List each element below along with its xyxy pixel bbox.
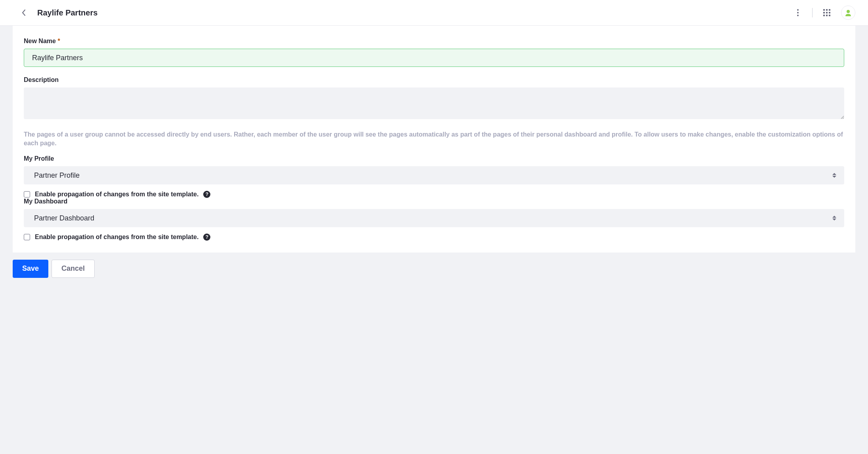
more-options-button[interactable] — [792, 6, 804, 19]
divider — [812, 8, 813, 17]
dashboard-propagation-checkbox[interactable] — [24, 234, 30, 240]
description-group: Description — [24, 76, 844, 121]
user-avatar[interactable] — [841, 6, 855, 20]
apps-grid-button[interactable] — [820, 6, 833, 19]
dashboard-select-wrap: Partner Dashboard — [24, 209, 844, 227]
chevron-left-icon — [21, 9, 26, 16]
svg-rect-11 — [829, 15, 830, 16]
kebab-icon — [797, 9, 799, 16]
dashboard-label: My Dashboard — [24, 198, 844, 205]
save-button[interactable]: Save — [13, 260, 48, 278]
name-label: New Name * — [24, 38, 844, 45]
profile-label: My Profile — [24, 155, 844, 162]
profile-select[interactable]: Partner Profile — [24, 166, 844, 184]
page-title: Raylife Partners — [37, 8, 97, 17]
svg-rect-5 — [829, 9, 830, 11]
form-panel: New Name * Description The pages of a us… — [13, 26, 855, 253]
back-button[interactable] — [19, 8, 29, 17]
svg-point-0 — [797, 9, 799, 11]
header-right — [792, 6, 855, 20]
grid-icon — [823, 9, 830, 16]
required-mark: * — [57, 38, 60, 44]
header-left: Raylife Partners — [19, 8, 97, 17]
svg-rect-8 — [829, 12, 830, 13]
svg-rect-3 — [823, 9, 825, 11]
name-group: New Name * — [24, 38, 844, 67]
dashboard-group: My Dashboard Partner Dashboard Enable pr… — [24, 198, 844, 241]
profile-select-wrap: Partner Profile — [24, 166, 844, 184]
page-header: Raylife Partners — [0, 0, 868, 26]
svg-rect-9 — [823, 15, 825, 16]
help-text: The pages of a user group cannot be acce… — [24, 130, 844, 148]
dashboard-propagation-row: Enable propagation of changes from the s… — [24, 234, 844, 241]
profile-propagation-row: Enable propagation of changes from the s… — [24, 191, 844, 198]
help-icon[interactable]: ? — [203, 234, 210, 241]
user-icon — [845, 9, 852, 16]
content: New Name * Description The pages of a us… — [0, 26, 868, 291]
help-icon[interactable]: ? — [203, 191, 210, 198]
profile-propagation-label[interactable]: Enable propagation of changes from the s… — [35, 191, 198, 198]
svg-rect-10 — [826, 15, 828, 16]
description-textarea[interactable] — [24, 87, 844, 119]
svg-point-12 — [847, 10, 850, 13]
svg-rect-6 — [823, 12, 825, 13]
profile-propagation-checkbox[interactable] — [24, 191, 30, 198]
svg-point-2 — [797, 15, 799, 16]
svg-point-1 — [797, 12, 799, 13]
svg-rect-4 — [826, 9, 828, 11]
name-input[interactable] — [24, 49, 844, 67]
description-label: Description — [24, 76, 844, 84]
dashboard-select[interactable]: Partner Dashboard — [24, 209, 844, 227]
button-row: Save Cancel — [13, 260, 855, 291]
svg-rect-7 — [826, 12, 828, 13]
name-label-text: New Name — [24, 38, 56, 44]
dashboard-propagation-label[interactable]: Enable propagation of changes from the s… — [35, 234, 198, 241]
profile-group: My Profile Partner Profile Enable propag… — [24, 155, 844, 198]
cancel-button[interactable]: Cancel — [52, 260, 95, 278]
